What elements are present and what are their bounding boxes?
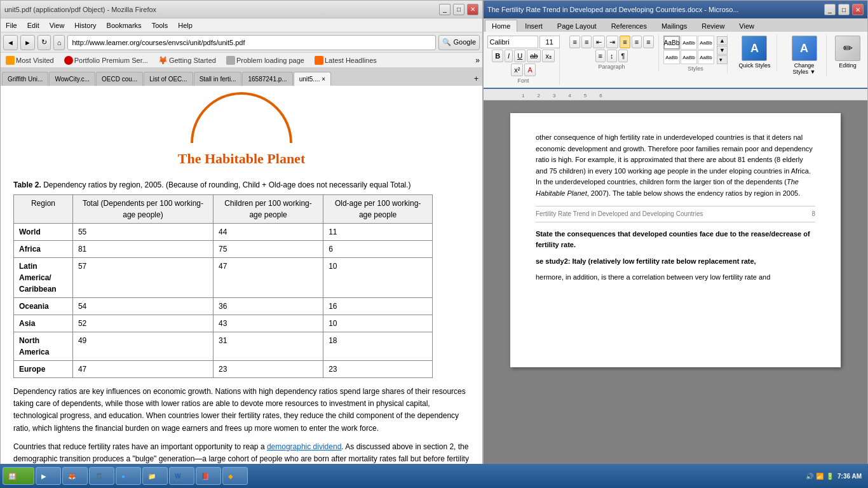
- taskbar-orange[interactable]: ◆: [222, 467, 248, 485]
- tab-griffith[interactable]: Griffith Uni...: [2, 72, 48, 86]
- indent-button[interactable]: ⇤: [593, 36, 605, 48]
- menu-view[interactable]: View: [44, 18, 70, 32]
- maximize-button[interactable]: □: [453, 4, 465, 15]
- tab-wowcity[interactable]: WowCity.c...: [49, 72, 95, 86]
- font-color-button[interactable]: A: [524, 64, 535, 76]
- close-button[interactable]: ✕: [467, 4, 478, 15]
- word-window: The Fertility Rate Trend in Developed an…: [483, 0, 868, 488]
- tab-mailings[interactable]: Mailings: [654, 20, 694, 32]
- align-right[interactable]: ≡: [643, 36, 653, 48]
- tab-references[interactable]: References: [604, 20, 654, 32]
- bookmark-portfolio[interactable]: Portfolio Premium Ser...: [62, 56, 151, 65]
- editing-button[interactable]: ✏ Editing: [835, 36, 860, 69]
- style-normal[interactable]: AaBb: [663, 36, 680, 50]
- back-button[interactable]: ◄: [3, 35, 18, 50]
- home-button[interactable]: ⌂: [53, 35, 65, 50]
- new-tab-button[interactable]: +: [471, 72, 481, 86]
- volume-icon[interactable]: 🔊: [806, 473, 813, 480]
- justify[interactable]: ≡: [595, 50, 606, 62]
- styles-container: AaBb AaBb AaBb AaBb AaBb AaBb ▲ ▼ ▾: [663, 36, 728, 64]
- tab-home[interactable]: Home: [485, 20, 517, 32]
- tab-page-layout[interactable]: Page Layout: [550, 20, 604, 32]
- bold-button[interactable]: B: [492, 50, 503, 62]
- styles-down[interactable]: ▼: [717, 46, 728, 55]
- styles-expand[interactable]: ▾: [717, 55, 728, 64]
- style-subtitle[interactable]: AaBb: [698, 50, 714, 64]
- nav-bar: ◄ ► ↻ ⌂ http://www.learner.org/courses/e…: [1, 32, 482, 53]
- tab-view[interactable]: View: [732, 20, 761, 32]
- taskbar-music[interactable]: 🎵: [89, 467, 114, 485]
- word-minimize[interactable]: _: [824, 4, 836, 15]
- word-maximize[interactable]: □: [838, 4, 850, 15]
- subscript-button[interactable]: x₂: [542, 50, 555, 62]
- styles-up[interactable]: ▲: [717, 36, 728, 45]
- oldage-asia: 10: [323, 315, 433, 332]
- bullets-button[interactable]: ≡: [569, 36, 580, 48]
- tab-review[interactable]: Review: [695, 20, 731, 32]
- align-left[interactable]: ≡: [620, 36, 630, 48]
- search-button[interactable]: 🔍 Google: [438, 35, 480, 50]
- total-europe: 47: [72, 361, 213, 378]
- menu-help[interactable]: Help: [173, 18, 198, 32]
- total-oceania: 54: [72, 298, 213, 315]
- superscript-button[interactable]: x²: [511, 64, 523, 76]
- show-para[interactable]: ¶: [618, 50, 628, 62]
- url-bar[interactable]: http://www.learner.org/courses/envsci/un…: [67, 35, 436, 50]
- tab-oecd[interactable]: OECD cou...: [96, 72, 143, 86]
- change-styles-button[interactable]: A Change Styles ▼: [786, 36, 822, 75]
- word-paragraph-1: other consequence of high fertility rate…: [536, 132, 815, 200]
- style-title[interactable]: AaBb: [681, 50, 697, 64]
- align-center[interactable]: ≡: [632, 36, 642, 48]
- firefox-title: unit5.pdf (application/pdf Object) - Moz…: [4, 6, 156, 13]
- taskbar-app-blue[interactable]: ●: [116, 467, 141, 485]
- taskbar-word[interactable]: W: [169, 467, 194, 485]
- network-icon[interactable]: 📶: [816, 473, 824, 480]
- word-question: State the consequences that developed co…: [536, 229, 815, 251]
- numbering-button[interactable]: ≡: [581, 36, 592, 48]
- font-size-input[interactable]: [539, 36, 560, 48]
- style-h3[interactable]: AaBb: [663, 50, 680, 64]
- taskbar-pdf[interactable]: 📕: [196, 467, 221, 485]
- underline-button[interactable]: U: [514, 50, 526, 62]
- region-world: World: [14, 224, 73, 241]
- strikethrough-button[interactable]: ab: [527, 50, 541, 62]
- children-world: 44: [213, 224, 323, 241]
- styles-group-label: Styles: [688, 64, 703, 72]
- menu-history[interactable]: History: [69, 18, 101, 32]
- minimize-button[interactable]: _: [439, 4, 451, 15]
- firefox-window: unit5.pdf (application/pdf Object) - Moz…: [0, 0, 483, 488]
- tab-16587[interactable]: 16587241.p...: [242, 72, 292, 86]
- font-name-input[interactable]: [487, 36, 538, 48]
- taskbar-explorer[interactable]: 📁: [142, 467, 168, 485]
- italic-button[interactable]: I: [505, 50, 513, 62]
- bookmark-getting-started[interactable]: 🦊 Getting Started: [156, 56, 219, 65]
- word-close[interactable]: ✕: [852, 4, 864, 15]
- forward-button[interactable]: ►: [20, 35, 35, 50]
- tab-list-oecd[interactable]: List of OEC...: [144, 72, 193, 86]
- bookmark-most-visited[interactable]: Most Visited: [3, 56, 57, 65]
- tab-insert[interactable]: Insert: [518, 20, 550, 32]
- taskbar-firefox[interactable]: 🦊: [62, 467, 88, 485]
- bookmarks-more[interactable]: »: [475, 56, 480, 65]
- bookmark-latest-headlines[interactable]: Latest Headlines: [312, 56, 379, 65]
- menu-tools[interactable]: Tools: [147, 18, 173, 32]
- style-h2[interactable]: AaBb: [698, 36, 714, 50]
- tab-unit5[interactable]: unit5.... ×: [294, 72, 331, 86]
- styles-scroll: ▲ ▼ ▾: [717, 36, 728, 64]
- start-button[interactable]: 🪟: [3, 467, 34, 485]
- line-spacing[interactable]: ↕: [607, 50, 617, 62]
- word-page: other consequence of high fertility rate…: [510, 113, 841, 367]
- taskbar-app-media[interactable]: ▶: [36, 467, 61, 485]
- demographic-dividend-link[interactable]: demographic dividend: [267, 442, 341, 451]
- menu-file[interactable]: File: [1, 18, 22, 32]
- refresh-button[interactable]: ↻: [37, 35, 51, 50]
- outdent-button[interactable]: ⇥: [606, 36, 618, 48]
- menu-edit[interactable]: Edit: [22, 18, 44, 32]
- page-footer-num: 8: [811, 209, 815, 219]
- style-h1[interactable]: AaBb: [681, 36, 697, 50]
- bookmark-problem-loading[interactable]: Problem loading page: [224, 56, 307, 65]
- tab-stall[interactable]: Stall in ferti...: [194, 72, 242, 86]
- menu-bookmarks[interactable]: Bookmarks: [102, 18, 147, 32]
- quick-styles-button[interactable]: A Quick Styles: [738, 36, 770, 69]
- col-total: Total (Dependents per 100 working-age pe…: [72, 195, 213, 224]
